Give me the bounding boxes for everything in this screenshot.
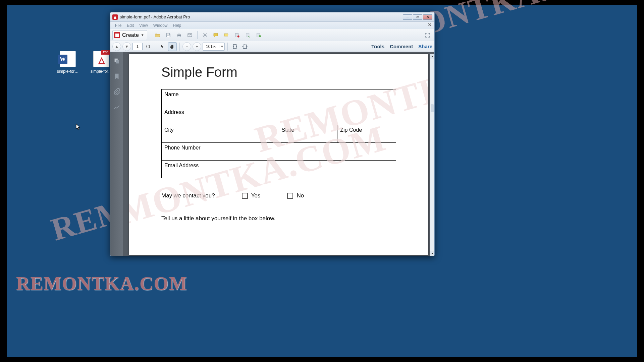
checkbox-no[interactable]: No [287,192,304,199]
zoom-out-button[interactable]: − [182,42,191,51]
watermark-footer: REMONTKA.COM [16,273,187,294]
fullscreen-button[interactable] [423,31,432,40]
desktop-icon-label: simple-for… [55,69,80,74]
fit-page-button[interactable] [230,42,239,51]
titlebar[interactable]: simple-form.pdf - Adobe Acrobat Pro ─ ▭ … [110,12,434,22]
bookmark-icon[interactable] [113,73,120,80]
menu-file[interactable]: File [112,22,124,28]
tools-panel-button[interactable]: Tools [371,44,384,49]
field-name: Name [162,89,396,107]
field-zip: Zip Code [337,125,396,143]
zoom-caret-icon: ▼ [219,45,224,48]
window-title: simple-form.pdf - Adobe Acrobat Pro [120,14,190,19]
acrobat-window: simple-form.pdf - Adobe Acrobat Pro ─ ▭ … [110,12,435,256]
page-number-input[interactable] [132,43,143,50]
menu-view[interactable]: View [137,22,151,28]
attachment-icon[interactable] [113,88,120,96]
hand-tool-button[interactable] [168,42,177,51]
menubar: File Edit View Window Help ✕ [110,22,434,29]
contact-question: May we contact you? [161,192,215,199]
create-button[interactable]: Create ▼ [112,30,147,40]
minimize-button[interactable]: ─ [403,14,412,20]
svg-point-10 [237,35,239,37]
pdf-page: REMONTKA.COM REMONTKA.COM Simple Form Na… [129,54,428,255]
separator [227,43,228,51]
zoom-in-button[interactable]: + [193,42,201,51]
stamp-button[interactable] [232,31,242,40]
signatures-icon[interactable] [113,104,120,111]
menu-help[interactable]: Help [170,22,184,28]
document-viewport[interactable]: REMONTKA.COM REMONTKA.COM Simple Form Na… [123,52,434,256]
svg-rect-8 [224,34,228,36]
svg-point-13 [259,35,261,37]
sign-button[interactable] [254,31,263,40]
form-heading: Simple Form [161,65,396,80]
svg-rect-2 [167,35,170,37]
svg-rect-17 [116,60,119,63]
page-up-button[interactable]: ▲ [112,42,121,51]
attach-button[interactable] [243,31,253,40]
separator [155,43,155,51]
desktop-icon-word[interactable]: simple-for… [55,51,80,74]
open-button[interactable] [153,31,162,40]
dropdown-caret-icon: ▼ [141,33,144,37]
maximize-button[interactable]: ▭ [413,14,422,20]
save-button[interactable] [164,31,173,40]
share-panel-button[interactable]: Share [418,44,432,49]
nav-toolbar: ▲ ▼ / 1 − + 101% ▼ Tools Comment Share [110,41,434,52]
zoom-value: 101% [203,43,219,50]
tell-us-prompt: Tell us a little about yourself in the b… [161,215,396,222]
svg-rect-4 [178,33,180,35]
checkbox-icon [242,193,248,199]
content-area: REMONTKA.COM REMONTKA.COM Simple Form Na… [110,52,434,256]
navigation-pane [110,52,123,256]
svg-point-7 [204,34,206,36]
highlight-button[interactable] [222,31,231,40]
mouse-cursor [76,124,80,130]
comment-panel-button[interactable]: Comment [390,44,413,49]
fit-width-button[interactable] [240,42,249,51]
settings-button[interactable] [200,31,210,40]
word-file-icon [60,51,76,67]
create-label: Create [122,32,139,38]
select-tool-button[interactable] [158,42,167,51]
field-email: Email Address [162,161,396,178]
scroll-down-icon[interactable]: ▾ [430,251,434,256]
menu-window[interactable]: Window [151,22,170,28]
field-city: City [162,125,279,143]
desktop: REMONTKA.COM REMONTKA.COM REMONTKA.COM s… [7,5,637,357]
field-address: Address [162,107,396,125]
svg-rect-15 [243,45,247,48]
acrobat-app-icon [112,14,118,20]
menu-edit[interactable]: Edit [124,22,137,28]
checkbox-icon [287,193,293,199]
separator [179,43,180,51]
create-pdf-icon [114,32,120,38]
checkbox-no-label: No [297,192,304,199]
print-button[interactable] [174,31,184,40]
separator [197,31,198,39]
scroll-up-icon[interactable]: ▴ [430,54,434,59]
scrollbar-thumb[interactable] [431,104,434,112]
close-button[interactable]: ✕ [423,14,432,20]
svg-rect-1 [167,33,169,35]
field-state: State [279,125,337,143]
email-button[interactable] [185,31,195,40]
form-table: Name Address City State Zip Code Phone N… [161,89,396,178]
comment-bubble-button[interactable] [211,31,220,40]
svg-rect-5 [178,36,180,37]
main-toolbar: Create ▼ [110,29,434,41]
pdf-file-icon [93,51,109,67]
checkbox-yes-label: Yes [251,192,261,199]
field-phone: Phone Number [162,143,396,161]
close-document-button[interactable]: ✕ [427,22,432,28]
thumbnails-icon[interactable] [113,57,120,65]
page-down-button[interactable]: ▼ [122,42,131,51]
checkbox-yes[interactable]: Yes [242,192,261,199]
separator [150,31,150,39]
vertical-scrollbar[interactable]: ▴ ▾ [430,54,434,256]
page-total-label: / 1 [144,44,152,49]
zoom-select[interactable]: 101% ▼ [203,43,225,51]
